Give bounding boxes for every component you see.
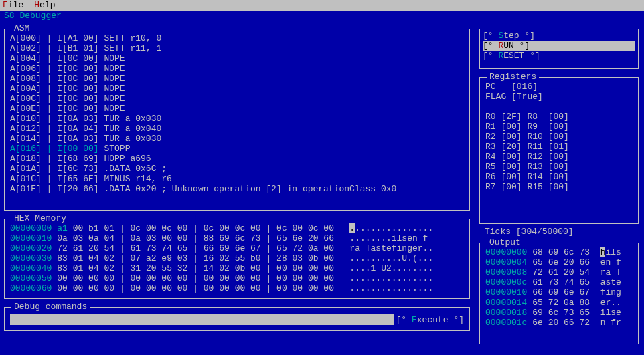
registers-panel: Registers PC [016]FLAG [True] R0 [2F] R8… (479, 77, 639, 224)
register-line: PC [016] (485, 82, 633, 92)
registers-legend: Registers (487, 72, 539, 82)
app-title: S8 Debugger (0, 11, 644, 21)
asm-line[interactable]: A[014] | I[0A 03] TUR a 0x030 (10, 134, 464, 144)
register-line (485, 102, 633, 112)
output-row: 00000000 68 69 6c 73 hils (485, 247, 633, 257)
hex-row[interactable]: 00000060 00 00 00 00 | 00 00 00 00 | 00 … (10, 283, 464, 293)
hex-row[interactable]: 00000040 83 01 04 02 | 31 20 55 32 | 14 … (10, 263, 464, 273)
step-button[interactable]: [° Step °] (483, 31, 635, 41)
debug-panel: Debug commands [° Execute °] (4, 307, 470, 331)
run-button[interactable]: [° RUN °] (483, 41, 635, 51)
reset-button[interactable]: [° RESET °] (483, 51, 635, 61)
output-row: 0000001c 6e 20 66 72 n fr (485, 318, 633, 328)
execute-button[interactable]: [° Execute °] (396, 315, 464, 325)
output-panel: Output 00000000 68 69 6c 73 hils00000004… (479, 243, 639, 344)
menu-help[interactable]: Help (34, 0, 55, 11)
output-row: 0000000c 61 73 74 65 aste (485, 277, 633, 287)
hex-row[interactable]: 00000050 00 00 00 00 | 00 00 00 00 | 00 … (10, 273, 464, 283)
asm-line[interactable]: A[01E] | I[20 66] .DATA 0x20 ; Unknown o… (10, 184, 464, 194)
hex-legend: HEX Memory (11, 213, 69, 223)
debug-input[interactable] (10, 314, 394, 325)
register-line: R4 [00] R12 [00] (485, 152, 633, 162)
menubar: File Help (0, 0, 644, 11)
register-line: R0 [2F] R8 [00] (485, 112, 633, 122)
asm-line[interactable]: A[01A] | I[6C 73] .DATA 0x6C ; (10, 164, 464, 174)
asm-panel: ASM A[000] | I[A1 00] SETT r10, 0A[002] … (4, 29, 470, 211)
register-line: FLAG [True] (485, 92, 633, 102)
hex-row[interactable]: 00000010 0a 03 0a 04 | 0a 03 00 00 | 88 … (10, 233, 464, 243)
asm-line[interactable]: A[01C] | I[65 6E] MINUS r14, r6 (10, 174, 464, 184)
asm-line[interactable]: A[000] | I[A1 00] SETT r10, 0 (10, 33, 464, 43)
hex-row[interactable]: 00000000 a1 00 b1 01 | 0c 00 0c 00 | 0c … (10, 223, 464, 233)
output-row: 00000010 66 69 6e 67 fing (485, 287, 633, 298)
asm-line[interactable]: A[010] | I[0A 03] TUR a 0x030 (10, 114, 464, 124)
controls-panel: [° Step °] [° RUN °] [° RESET °] (479, 29, 639, 69)
ticks-label: Ticks [304/50000] (485, 227, 574, 237)
asm-line[interactable]: A[016] | I[00 00] STOPP (10, 144, 464, 154)
menu-file[interactable]: File (3, 0, 23, 11)
asm-line[interactable]: A[018] | I[68 69] HOPP a696 (10, 154, 464, 164)
output-legend: Output (487, 237, 524, 247)
asm-line[interactable]: A[008] | I[0C 00] NOPE (10, 74, 464, 84)
register-line: R3 [20] R11 [01] (485, 142, 633, 152)
asm-line[interactable]: A[00A] | I[0C 00] NOPE (10, 84, 464, 94)
asm-line[interactable]: A[002] | I[B1 01] SETT r11, 1 (10, 43, 464, 53)
register-line: R6 [00] R14 [00] (485, 172, 633, 182)
asm-line[interactable]: A[004] | I[0C 00] NOPE (10, 53, 464, 64)
asm-line[interactable]: A[00C] | I[0C 00] NOPE (10, 94, 464, 104)
asm-line[interactable]: A[00E] | I[0C 00] NOPE (10, 104, 464, 114)
output-row: 00000014 65 72 0a 88 er.. (485, 298, 633, 308)
register-line: R7 [00] R15 [00] (485, 182, 633, 192)
register-line: R5 [00] R13 [00] (485, 162, 633, 172)
hex-panel: HEX Memory 00000000 a1 00 b1 01 | 0c 00 … (4, 219, 470, 299)
output-row: 00000018 69 6c 73 65 ilse (485, 308, 633, 318)
register-line: R1 [00] R9 [00] (485, 122, 633, 132)
hex-row[interactable]: 00000020 72 61 20 54 | 61 73 74 65 | 66 … (10, 243, 464, 253)
register-line: R2 [00] R10 [00] (485, 132, 633, 142)
output-row: 00000004 65 6e 20 66 en f (485, 257, 633, 267)
output-row: 00000008 72 61 20 54 ra T (485, 267, 633, 277)
asm-line[interactable]: A[012] | I[0A 04] TUR a 0x040 (10, 124, 464, 134)
debug-legend: Debug commands (11, 302, 90, 312)
asm-line[interactable]: A[006] | I[0C 00] NOPE (10, 64, 464, 74)
asm-legend: ASM (11, 23, 32, 33)
hex-row[interactable]: 00000030 83 01 04 02 | 07 a2 e9 03 | 16 … (10, 253, 464, 263)
